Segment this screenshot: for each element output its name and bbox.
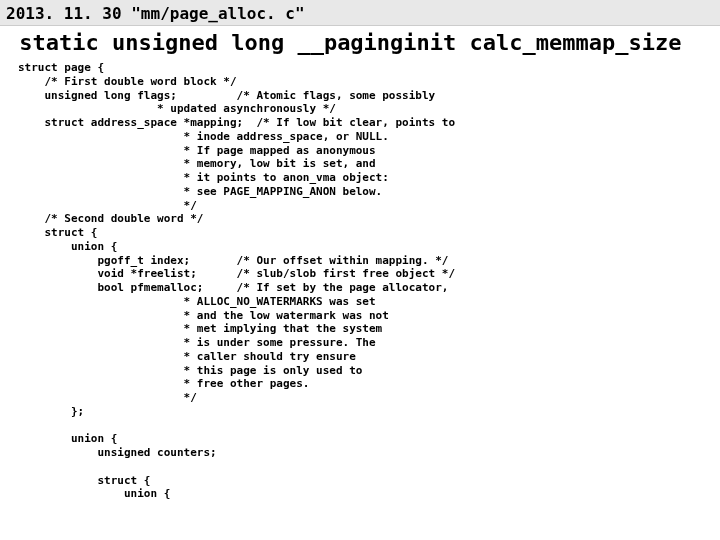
function-declaration: static unsigned long __paginginit calc_m… [0, 26, 720, 61]
slide-header: 2013. 11. 30 "mm/page_alloc. c" [0, 0, 720, 26]
struct-code: struct page { /* First double word block… [0, 61, 720, 501]
slide: 2013. 11. 30 "mm/page_alloc. c" static u… [0, 0, 720, 540]
